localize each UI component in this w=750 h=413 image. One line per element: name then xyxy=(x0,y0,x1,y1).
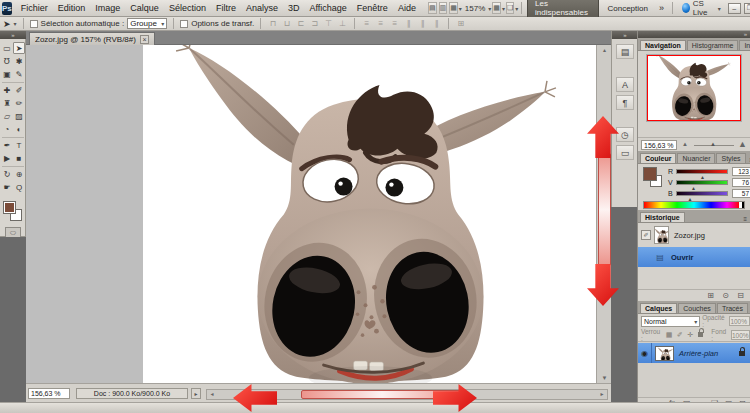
restore-button[interactable]: ❐ xyxy=(744,3,750,14)
clone-stamp-tool[interactable]: ♜ xyxy=(1,97,13,109)
hand-tool[interactable]: ☛ xyxy=(1,181,13,193)
blur-tool[interactable]: ◔ xyxy=(1,123,13,135)
tab-histogramme[interactable]: Histogramme xyxy=(687,40,739,50)
status-zoom-field[interactable]: 156,63 % xyxy=(28,388,70,399)
cs-live-button[interactable]: CS Live ▾ xyxy=(678,0,725,17)
auto-select-dropdown[interactable]: Groupe ▾ xyxy=(127,18,167,29)
red-slider[interactable]: ▲ xyxy=(676,169,728,174)
menu-edition[interactable]: Edition xyxy=(53,1,91,15)
blue-value-field[interactable]: 57 xyxy=(732,189,750,198)
distribute-center-icon[interactable]: ∥ xyxy=(417,19,428,28)
lock-all-icon[interactable] xyxy=(698,332,704,337)
panel-menu-icon[interactable]: ≡ xyxy=(747,157,750,163)
mini-bridge-panel-icon[interactable]: ▤ xyxy=(616,44,634,59)
vertical-scrollbar-thumb[interactable] xyxy=(598,153,611,266)
tab-couleur[interactable]: Couleur xyxy=(640,153,676,163)
type-tool[interactable]: T xyxy=(13,139,25,151)
distribute-top-icon[interactable]: ≡ xyxy=(361,19,372,28)
move-tool[interactable]: ➤ xyxy=(13,42,25,54)
tab-styles[interactable]: Styles xyxy=(716,153,745,163)
navigator-thumbnail[interactable] xyxy=(646,54,742,122)
distribute-left-icon[interactable]: ∥ xyxy=(403,19,414,28)
tab-informations[interactable]: Informations xyxy=(739,40,750,50)
distribute-middle-icon[interactable]: ≡ xyxy=(375,19,386,28)
new-document-from-state-icon[interactable]: ⊞ xyxy=(707,291,714,300)
tab-traces[interactable]: Tracés xyxy=(717,303,748,313)
path-selection-tool[interactable]: ▶ xyxy=(1,152,13,164)
transform-controls-checkbox[interactable] xyxy=(180,20,188,28)
scroll-down-icon[interactable]: ▼ xyxy=(598,373,611,383)
mini-bridge-button[interactable]: ▥ xyxy=(439,2,448,14)
align-right-icon[interactable]: ⊐ xyxy=(309,19,320,28)
distribute-bottom-icon[interactable]: ≡ xyxy=(389,19,400,28)
eraser-tool[interactable]: ▱ xyxy=(1,110,13,122)
scroll-up-icon[interactable]: ▴ xyxy=(598,45,611,55)
notes-panel-icon[interactable]: ▭ xyxy=(616,145,634,160)
blend-mode-dropdown[interactable]: Normal ▾ xyxy=(641,316,700,327)
app-zoom-level[interactable]: 157% xyxy=(462,3,488,14)
lock-transparency-icon[interactable]: ▦ xyxy=(665,331,674,339)
workspace-overflow-button[interactable]: » xyxy=(656,3,667,13)
pen-tool[interactable]: ✒ xyxy=(1,139,13,151)
new-snapshot-icon[interactable]: ⊙ xyxy=(722,291,729,300)
crop-tool[interactable]: ▣ xyxy=(1,68,13,80)
history-source-well[interactable]: ✐ xyxy=(641,230,651,240)
distribute-right-icon[interactable]: ∥ xyxy=(431,19,442,28)
align-top-icon[interactable]: ⊓ xyxy=(267,19,278,28)
menu-calque[interactable]: Calque xyxy=(125,1,164,15)
shape-tool[interactable]: ■ xyxy=(13,152,25,164)
menu-filtre[interactable]: Filtre xyxy=(211,1,241,15)
launch-bridge-button[interactable]: ▤ xyxy=(428,2,437,14)
clone-source-panel-icon[interactable]: ◷ xyxy=(616,127,634,142)
layer-row-background[interactable]: ◉ Arrière-plan xyxy=(638,343,750,363)
lasso-tool[interactable]: ℧ xyxy=(1,55,13,67)
screen-mode-button[interactable]: ❑ xyxy=(506,2,514,14)
document-canvas[interactable] xyxy=(143,45,596,383)
auto-align-layers-icon[interactable]: ⊞ xyxy=(455,19,466,28)
zoom-tool[interactable]: Q xyxy=(13,181,25,193)
gradient-tool[interactable]: ▨ xyxy=(13,110,25,122)
zoom-slider-thumb[interactable]: ▲ xyxy=(710,141,716,147)
history-step-row[interactable]: ▤ Ouvrir xyxy=(638,247,750,267)
layer-thumbnail[interactable] xyxy=(655,346,674,361)
tools-panel-header[interactable]: » xyxy=(0,31,26,39)
quick-selection-tool[interactable]: ✱ xyxy=(13,55,25,67)
eyedropper-tool[interactable]: ✎ xyxy=(13,68,25,80)
foreground-color-swatch[interactable] xyxy=(3,201,16,214)
arrange-documents-button[interactable]: ▦ xyxy=(492,2,501,14)
tab-historique[interactable]: Historique xyxy=(640,212,685,222)
menu-analyse[interactable]: Analyse xyxy=(241,1,283,15)
menu-3d[interactable]: 3D xyxy=(283,1,305,15)
view-extras-button[interactable]: ▦ xyxy=(449,2,458,14)
align-center-h-icon[interactable]: ⊤ xyxy=(323,19,334,28)
healing-brush-tool[interactable]: ✚ xyxy=(1,84,13,96)
tab-navigation[interactable]: Navigation xyxy=(640,40,686,50)
scroll-left-icon[interactable]: ◂ xyxy=(207,390,217,399)
document-tab[interactable]: Zozor.jpg @ 157% (RVB/8#) × xyxy=(29,32,155,45)
scroll-right-icon[interactable]: ▸ xyxy=(597,390,607,399)
navigator-zoom-field[interactable]: 156,63 % xyxy=(641,140,677,150)
vertical-scrollbar[interactable]: ▴ ▼ xyxy=(596,45,611,383)
close-tab-icon[interactable]: × xyxy=(140,35,149,44)
lock-position-icon[interactable]: ✛ xyxy=(686,331,695,339)
align-center-v-icon[interactable]: ⊥ xyxy=(337,19,348,28)
green-slider[interactable]: ▲ xyxy=(676,180,728,185)
auto-select-checkbox[interactable] xyxy=(30,20,38,28)
history-brush-tool[interactable]: ✏ xyxy=(13,97,25,109)
character-panel-icon[interactable]: A xyxy=(616,77,634,92)
menu-aide[interactable]: Aide xyxy=(393,1,421,15)
opacity-field[interactable]: 100% xyxy=(729,316,750,326)
dodge-tool[interactable]: ◐ xyxy=(13,123,25,135)
color-spectrum-ramp[interactable] xyxy=(643,201,745,209)
panel-menu-icon[interactable]: ≡ xyxy=(740,216,750,222)
blue-slider[interactable]: ▲ xyxy=(676,191,728,196)
minimize-button[interactable]: – xyxy=(728,3,741,14)
menu-fenetre[interactable]: Fenêtre xyxy=(352,1,393,15)
rectangular-marquee-tool[interactable]: ▭ xyxy=(1,42,13,54)
zoom-out-icon[interactable]: ▲ xyxy=(682,141,688,147)
red-value-field[interactable]: 123 xyxy=(732,167,750,176)
collapse-dock-button[interactable]: » xyxy=(638,31,750,38)
navigator-proxy-view[interactable] xyxy=(647,55,741,121)
status-popup-icon[interactable]: ▸ xyxy=(191,388,201,399)
history-snapshot-row[interactable]: ✐ Zozor.jpg xyxy=(638,225,750,245)
